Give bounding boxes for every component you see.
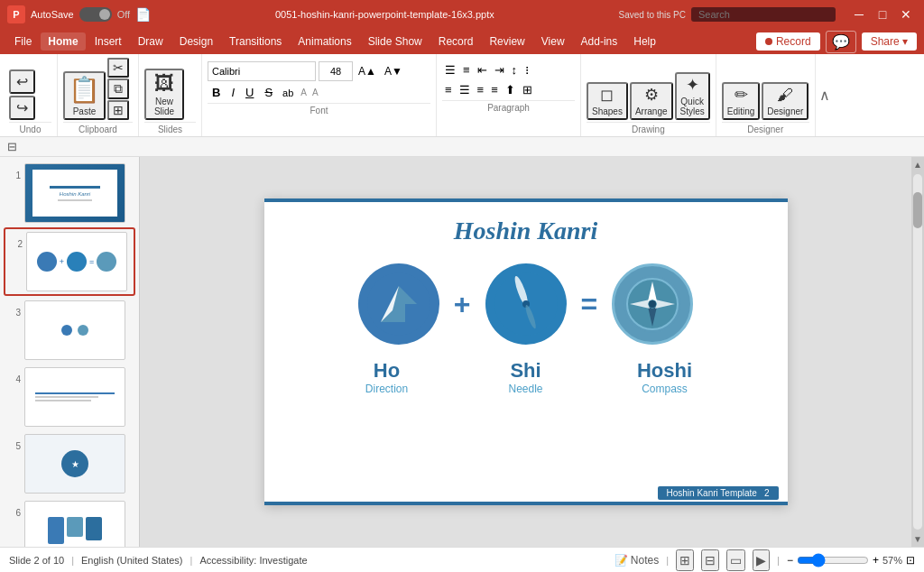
menu-draw[interactable]: Draw [131, 32, 171, 51]
notes-button[interactable]: 📝 Notes [614, 554, 660, 567]
convert-smartart-button[interactable]: ⊞ [520, 81, 535, 98]
close-button[interactable]: ✕ [895, 4, 917, 25]
menu-slideshow[interactable]: Slide Show [361, 32, 430, 51]
normal-view-button[interactable]: ⊞ [676, 549, 694, 571]
slide-item-4[interactable]: 4 [4, 364, 135, 429]
indent-decrease-button[interactable]: ⇤ [475, 61, 490, 78]
designer-button[interactable]: 🖌 Designer [762, 82, 808, 120]
status-divider2: | [190, 555, 193, 566]
menu-home[interactable]: Home [41, 32, 85, 51]
slide-item-2[interactable]: 2 + = [4, 227, 135, 296]
paste-button[interactable]: 📋 Paste [63, 71, 106, 120]
designer-icon: 🖌 [777, 86, 793, 106]
font-decrease-button[interactable]: A▼ [382, 64, 405, 78]
accessibility-label: Accessibility: Investigate [199, 555, 307, 566]
justify-button[interactable]: ≡ [488, 81, 501, 98]
ribbon-collapse-area: ∧ [816, 54, 834, 136]
slide-item-6[interactable]: 6 [4, 498, 135, 547]
filename: 0051-hoshin-kanri-powerpoint-template-16… [156, 9, 613, 20]
title-bar: P AutoSave Off 📄 0051-hoshin-kanri-power… [0, 0, 924, 29]
zoom-out-button[interactable]: − [787, 554, 793, 567]
cut-button[interactable]: ✂ [107, 58, 129, 78]
thumb2-plus: + [60, 257, 64, 266]
slide-sorter-button[interactable]: ⊟ [701, 549, 719, 571]
record-button[interactable]: Record [756, 32, 820, 51]
search-input[interactable] [691, 7, 836, 22]
ribbon-group-designer: ✏ Editing 🖌 Designer Designer [716, 54, 816, 136]
redo-button[interactable]: ↪ [9, 96, 35, 120]
undo-button[interactable]: ↩ [9, 69, 35, 94]
quick-styles-button[interactable]: ✦ QuickStyles [675, 72, 710, 120]
align-left-button[interactable]: ≡ [442, 81, 455, 98]
slide-item-5[interactable]: 5 ★ [4, 431, 135, 496]
columns-button[interactable]: ⫶ [522, 61, 533, 78]
ribbon: ↩ ↪ Undo 📋 Paste ✂ ⧉ ⊞ Clipboard [0, 54, 924, 137]
maximize-button[interactable]: □ [872, 4, 893, 25]
share-button[interactable]: Share ▾ [862, 32, 917, 51]
thumb5-icon: ★ [71, 459, 79, 469]
slide-item-1[interactable]: 1 Hoshin Kanri [4, 161, 135, 226]
slide-item-3[interactable]: 3 [4, 298, 135, 363]
menu-view[interactable]: View [534, 32, 572, 51]
autosave-toggle[interactable] [79, 7, 112, 22]
thumb4-line2 [35, 396, 98, 398]
thumb6-bar3 [86, 517, 102, 540]
menu-transitions[interactable]: Transitions [222, 32, 289, 51]
align-center-button[interactable]: ☰ [457, 81, 473, 98]
menu-record[interactable]: Record [431, 32, 481, 51]
slide-thumb-4 [24, 367, 125, 427]
text-shadow-button[interactable]: ab [279, 86, 297, 100]
slide-panel[interactable]: 1 Hoshin Kanri 2 + = [0, 157, 140, 547]
bold-button[interactable]: B [208, 84, 225, 101]
reading-view-button[interactable]: ▭ [726, 549, 745, 571]
zoom-in-button[interactable]: + [873, 554, 879, 567]
app-logo: P [7, 5, 25, 23]
right-scrollbar[interactable]: ▲ ▼ [911, 157, 924, 547]
line-spacing-button[interactable]: ↕ [509, 61, 521, 78]
font-increase-button[interactable]: A▲ [356, 64, 379, 78]
thumb1-title: Hoshin Kanri [60, 191, 90, 197]
bullets-button[interactable]: ☰ [442, 61, 458, 78]
align-right-button[interactable]: ≡ [475, 81, 487, 98]
menu-right-actions: Record 💬 Share ▾ [756, 31, 917, 53]
font-row1: A▲ A▼ [208, 61, 430, 81]
scroll-down-button[interactable]: ▼ [910, 531, 924, 547]
slide-content: Hoshin Kanri + [264, 198, 788, 505]
font-size-input[interactable] [319, 61, 353, 81]
minimize-button[interactable]: ─ [848, 4, 870, 25]
arrange-button[interactable]: ⚙ Arrange [630, 82, 673, 120]
comments-button[interactable]: 💬 [826, 31, 856, 53]
menu-design[interactable]: Design [172, 32, 220, 51]
scroll-track[interactable] [913, 174, 922, 530]
thumb2-circle1 [37, 252, 57, 272]
designer-group-label: Designer [722, 122, 809, 134]
strikethrough-button[interactable]: S [260, 84, 277, 101]
menu-review[interactable]: Review [482, 32, 531, 51]
thumb1-line [50, 186, 100, 189]
slide-footer: Hoshin Kanri Template 2 [658, 486, 779, 500]
shapes-button[interactable]: ◻ Shapes [587, 82, 628, 120]
menu-file[interactable]: File [7, 32, 39, 51]
scroll-up-button[interactable]: ▲ [910, 157, 924, 172]
format-painter-button[interactable]: ⊞ [107, 100, 129, 120]
equals-operator: = [581, 288, 598, 321]
font-name-input[interactable] [208, 61, 316, 81]
text-direction-button[interactable]: ⬆ [503, 81, 518, 98]
menu-addins[interactable]: Add-ins [574, 32, 625, 51]
zoom-slider[interactable] [797, 553, 869, 567]
italic-button[interactable]: I [226, 84, 239, 101]
copy-button[interactable]: ⧉ [107, 78, 129, 99]
fit-slide-button[interactable]: ⊡ [906, 554, 915, 567]
record-dot-icon [765, 38, 772, 45]
new-slide-button[interactable]: 🖼 NewSlide [144, 69, 184, 120]
ribbon-collapse-button[interactable]: ∧ [819, 87, 830, 104]
menu-insert[interactable]: Insert [88, 32, 129, 51]
indent-increase-button[interactable]: ⇥ [492, 61, 507, 78]
slideshow-view-button[interactable]: ▶ [753, 549, 770, 571]
language-label: English (United States) [81, 555, 183, 566]
menu-animations[interactable]: Animations [291, 32, 358, 51]
menu-help[interactable]: Help [626, 32, 663, 51]
numbering-button[interactable]: ≡ [460, 61, 473, 78]
editing-button[interactable]: ✏ Editing [722, 82, 761, 120]
underline-button[interactable]: U [241, 84, 258, 101]
